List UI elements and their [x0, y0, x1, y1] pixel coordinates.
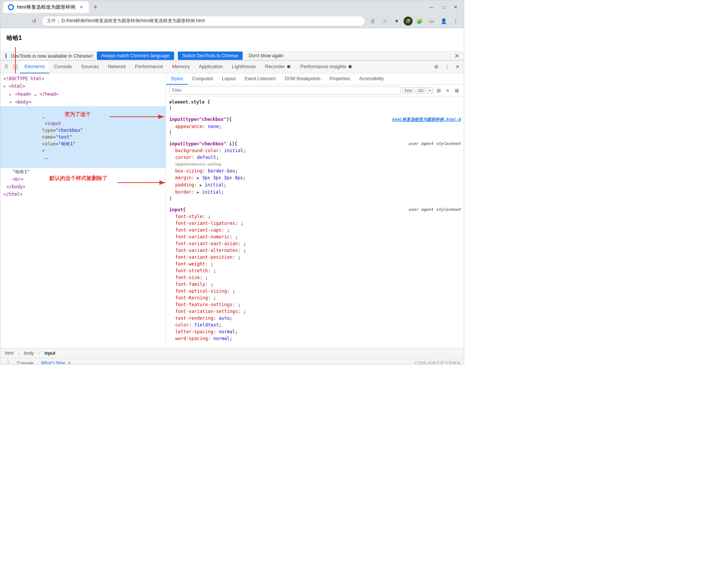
style-prop-font-kerning: font-Kerning: ;	[169, 294, 461, 301]
tab-performance[interactable]: Performance	[130, 61, 167, 73]
style-rule-input-ua: input { user agent stylesheet font-style…	[168, 206, 462, 343]
dom-line-body-close[interactable]: </body>	[0, 183, 166, 191]
devtools-settings-icon[interactable]: ⚙	[431, 62, 441, 72]
styles-filter-input[interactable]	[169, 86, 401, 95]
dont-show-button[interactable]: Don't show again	[246, 52, 286, 60]
devtools-drag-icon[interactable]: ⠿	[2, 63, 11, 72]
extensions-icon[interactable]: 🧩	[404, 17, 413, 26]
style-prop-boxsizing: box-sizing: border-box;	[169, 168, 461, 174]
dom-line-text[interactable]: "哈哈1"	[0, 168, 166, 175]
active-tab[interactable]: html将复选框改为圆形样例 ✕	[3, 2, 89, 13]
dom-breadcrumb: html › body › input	[0, 348, 464, 358]
tab-title: html将复选框改为圆形样例	[17, 4, 75, 11]
bottom-tab-whats-new[interactable]: What's New ✕	[38, 360, 75, 365]
hov-button[interactable]: :hov	[402, 87, 414, 94]
menu-icon[interactable]: ⋮	[450, 16, 461, 26]
dom-line-doctype[interactable]: <!DOCTYPE html>	[0, 75, 166, 82]
dom-line-input[interactable]: … <input type="checkbox" name="test" val…	[0, 106, 166, 168]
minimize-button[interactable]: —	[426, 2, 437, 12]
cls-button[interactable]: .cls	[415, 87, 425, 94]
switch-chinese-button[interactable]: Switch DevTools to Chinese	[178, 52, 243, 60]
style-brace-close-2: }	[169, 130, 461, 135]
tab-console[interactable]: Console	[49, 61, 76, 73]
styles-tab-accessibility[interactable]: Accessibility	[355, 73, 388, 85]
style-prop-font-variant-caps: font-variant-caps: ;	[169, 227, 461, 233]
breadcrumb-body[interactable]: body	[23, 350, 35, 357]
dom-line-br[interactable]: <br>	[0, 175, 166, 183]
styles-list-icon[interactable]: ≡	[444, 86, 452, 95]
whats-new-close[interactable]: ✕	[67, 360, 72, 365]
tab-elements[interactable]: Elements	[20, 61, 49, 73]
tab-close-button[interactable]: ✕	[78, 4, 84, 10]
styles-tab-layout[interactable]: Layout	[217, 73, 240, 85]
back-button[interactable]: ←	[3, 16, 14, 26]
info-icon: ℹ	[5, 52, 7, 59]
styles-view-icons: ⊞ ≡ ⊠	[434, 86, 461, 95]
refresh-button[interactable]: ↺	[29, 16, 40, 26]
style-source-checkbox[interactable]: html将复选框变为圆形样例.html:8	[392, 117, 461, 122]
styles-tab-dom-breakpoints[interactable]: DOM Breakpoints	[280, 73, 325, 85]
devtools-content: <!DOCTYPE html> ▼ <html> ▶ <head> … </he…	[0, 73, 464, 348]
tab-recorder[interactable]: Recorder ⏺	[260, 61, 296, 73]
devtools-inspect-icon[interactable]: ☐	[11, 63, 20, 72]
tab-lighthouse[interactable]: Lighthouse	[227, 61, 260, 73]
dom-line-html-close[interactable]: </html>	[0, 191, 166, 198]
devtools-more-icon[interactable]: ⋮	[442, 62, 452, 72]
tab-application[interactable]: Application	[194, 61, 228, 73]
style-source-ua: user agent stylesheet	[408, 141, 461, 146]
devtools-bottom-more-icon[interactable]: ⋮	[3, 359, 12, 365]
styles-grid-icon[interactable]: ⊞	[434, 86, 443, 95]
bookmark-icon[interactable]: ☆	[379, 16, 390, 26]
dom-line-html[interactable]: ▼ <html>	[0, 82, 166, 90]
close-button[interactable]: ✕	[450, 2, 461, 12]
tab-network[interactable]: Network	[104, 61, 131, 73]
url-bar[interactable]: 文件 | D:/html样例/html将复选框变为圆形样例/html将复选框变为…	[42, 16, 365, 26]
whats-new-label: What's New	[41, 360, 65, 365]
style-prop-font-weight: font-weight: ;	[169, 261, 461, 267]
title-bar: html将复选框改为圆形样例 ✕ + — □ ✕	[0, 0, 464, 14]
match-language-button[interactable]: Always match Chrome's language	[97, 52, 174, 60]
bottom-tab-console[interactable]: Console	[14, 360, 37, 365]
styles-tab-event-listeners[interactable]: Event Listeners	[240, 73, 280, 85]
new-tab-button[interactable]: +	[90, 2, 101, 12]
puzzle-icon[interactable]: 🧩	[414, 16, 425, 26]
style-prop-color: color: fieldtext;	[169, 322, 461, 328]
profile-icon[interactable]: ▼	[392, 16, 402, 26]
style-prop-font-variant-east-asian: font-variant-east-asian: ;	[169, 240, 461, 247]
maximize-button[interactable]: □	[438, 2, 449, 12]
notification-text: DevTools is now available in Chinese!	[11, 53, 93, 59]
style-prop-font-family: font-family: ;	[169, 281, 461, 288]
styles-tab-properties[interactable]: Properties	[325, 73, 355, 85]
page-area: 哈哈1 发现这里的复选框没了 ℹ DevTools is now availab…	[0, 28, 464, 364]
devtools-close-icon[interactable]: ✕	[453, 62, 462, 72]
toolbar-icons: ⎙ ☆ ▼ 🧩 🧩 ▭ 👤 ⋮	[367, 16, 461, 26]
style-prop-font-feature-settings: font-feature-settings: ;	[169, 301, 461, 308]
styles-tab-bar: Styles Computed Layout Event Listeners D…	[166, 73, 464, 85]
style-prop-border: border: ▶ initial;	[169, 189, 461, 196]
sidebar-icon[interactable]: ▭	[426, 16, 437, 26]
tab-favicon	[8, 4, 14, 10]
notification-close-button[interactable]: ✕	[454, 52, 459, 59]
dom-line-body[interactable]: ▼ <body>	[0, 98, 166, 106]
devtools-panel: ⠿ ☐ Elements Console Sources Network Per…	[0, 60, 464, 364]
url-separator: |	[58, 18, 59, 24]
breadcrumb-input[interactable]: input	[43, 350, 57, 357]
address-bar: ← → ↺ 文件 | D:/html样例/html将复选框变为圆形样例/html…	[0, 14, 464, 28]
tab-performance-insights[interactable]: Performance insights ⏺	[296, 61, 357, 73]
user-icon[interactable]: 👤	[438, 16, 449, 26]
share-icon[interactable]: ⎙	[367, 16, 378, 26]
forward-button[interactable]: →	[16, 16, 27, 26]
styles-color-icon[interactable]: ⊠	[453, 86, 461, 95]
styles-tab-computed[interactable]: Computed	[188, 73, 217, 85]
style-prop-bg-color: background-color: initial;	[169, 147, 461, 154]
style-selector-input-ua: input { user agent stylesheet	[169, 207, 461, 212]
style-brace-close: }	[169, 105, 461, 111]
breadcrumb-html[interactable]: html	[3, 350, 15, 357]
style-prop-word-spacing: word-spacing: normal;	[169, 335, 461, 342]
add-style-button[interactable]: +	[427, 87, 433, 94]
tab-memory[interactable]: Memory	[168, 61, 194, 73]
dom-line-head[interactable]: ▶ <head> … </head>	[0, 90, 166, 98]
styles-tab-styles[interactable]: Styles	[166, 73, 188, 85]
style-prop-font-optical-sizing: font-optical-sizing: ;	[169, 288, 461, 294]
tab-sources[interactable]: Sources	[76, 61, 104, 73]
